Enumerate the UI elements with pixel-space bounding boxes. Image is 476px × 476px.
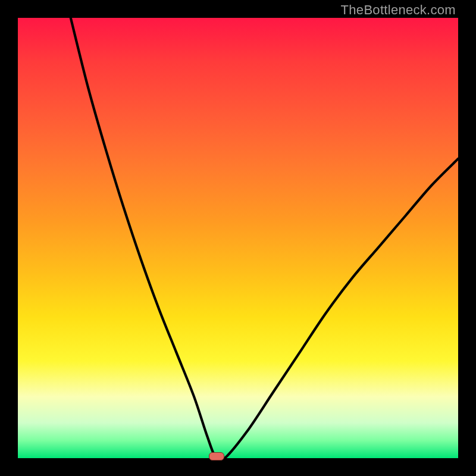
chart-container: TheBottleneck.com	[0, 0, 476, 476]
optimal-marker-pill	[209, 452, 224, 461]
optimal-marker	[209, 452, 224, 461]
watermark-text: TheBottleneck.com	[341, 2, 456, 18]
bottleneck-curve	[18, 18, 458, 458]
plot-area	[18, 18, 458, 458]
